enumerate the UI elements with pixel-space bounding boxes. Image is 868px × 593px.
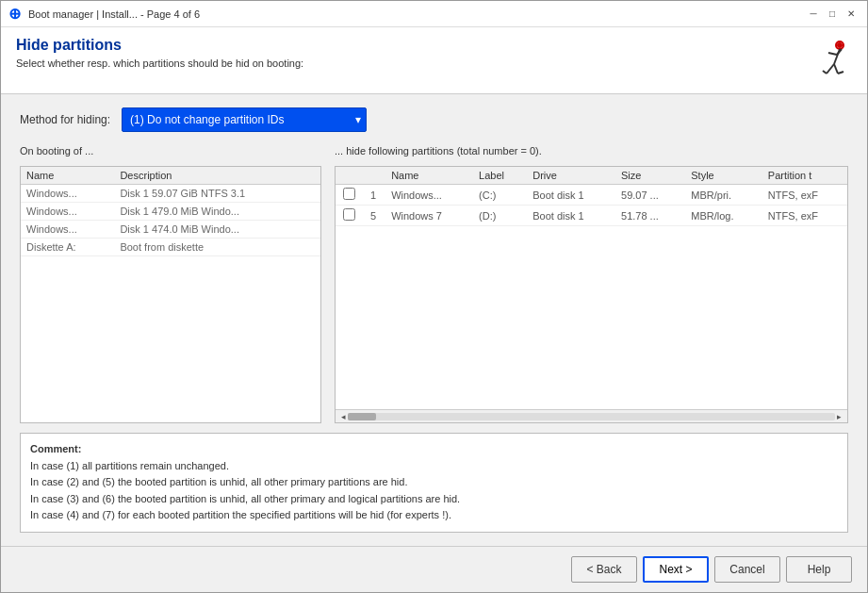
comment-line-3: In case (3) and (6) the booted partition…: [30, 493, 460, 504]
right-col-header: Size: [614, 167, 683, 185]
right-col-header: [363, 167, 384, 185]
comment-line-1: In case (1) all partitions remain unchan…: [30, 460, 229, 471]
left-panel: Name Description Windows...Disk 1 59.07 …: [20, 166, 321, 423]
left-table-row[interactable]: Windows...Disk 1 479.0 MiB Windo...: [21, 203, 320, 221]
header-text: Hide partitions Select whether resp. whi…: [16, 37, 805, 69]
row-style: MBR/log.: [683, 206, 761, 226]
header-icon: [805, 37, 852, 84]
right-panel: NameLabelDriveSizeStylePartition t 1Wind…: [335, 166, 848, 423]
left-panel-top-label: On booting of ...: [20, 145, 321, 156]
svg-point-1: [837, 42, 843, 48]
row-size: 51.78 ...: [614, 206, 683, 226]
scroll-right-btn[interactable]: ▸: [835, 412, 843, 421]
right-col-header: Name: [384, 167, 471, 185]
left-row-desc: Boot from diskette: [114, 239, 320, 256]
title-bar-left: ⊕ Boot manager | Install... - Page 4 of …: [8, 5, 200, 23]
right-panel-top-label: ... hide following partitions (total num…: [335, 145, 848, 156]
row-checkbox[interactable]: [343, 188, 355, 200]
left-row-name: Diskette A:: [21, 239, 114, 256]
comment-section: Comment: In case (1) all partitions rema…: [20, 433, 848, 533]
row-num: 5: [363, 206, 384, 226]
right-col-header: Drive: [525, 167, 614, 185]
row-style: MBR/pri.: [683, 185, 761, 206]
app-logo-icon: ⊕: [8, 5, 21, 23]
right-col-header: Partition t: [761, 167, 847, 185]
page-subtitle: Select whether resp. which partitions sh…: [16, 58, 805, 69]
left-table: Name Description Windows...Disk 1 59.07 …: [21, 167, 320, 256]
help-button[interactable]: Help: [786, 556, 852, 583]
method-dropdown-wrapper[interactable]: (1) Do not change partition IDs (2) Hide…: [122, 107, 367, 132]
left-table-row[interactable]: Windows...Disk 1 474.0 MiB Windo...: [21, 221, 320, 239]
right-table-wrapper: NameLabelDriveSizeStylePartition t 1Wind…: [336, 167, 847, 409]
row-drive: Boot disk 1: [525, 206, 614, 226]
left-table-row[interactable]: Windows...Disk 1 59.07 GiB NTFS 3.1: [21, 185, 320, 203]
row-label: (D:): [471, 206, 525, 226]
row-checkbox-cell[interactable]: [336, 185, 363, 206]
tables-section: Name Description Windows...Disk 1 59.07 …: [20, 166, 848, 423]
window-title: Boot manager | Install... - Page 4 of 6: [28, 8, 200, 20]
left-row-desc: Disk 1 479.0 MiB Windo...: [114, 203, 320, 221]
left-table-row[interactable]: Diskette A:Boot from diskette: [21, 239, 320, 256]
method-label: Method for hiding:: [20, 113, 110, 126]
main-window: ⊕ Boot manager | Install... - Page 4 of …: [0, 0, 868, 593]
horizontal-scrollbar[interactable]: ◂ ▸: [336, 409, 847, 422]
left-row-desc: Disk 1 474.0 MiB Windo...: [114, 221, 320, 239]
left-row-name: Windows...: [21, 203, 114, 221]
next-button[interactable]: Next >: [643, 556, 709, 583]
comment-line-4: In case (4) and (7) for each booted part…: [30, 509, 451, 520]
right-table-row[interactable]: 5Windows 7(D:)Boot disk 151.78 ...MBR/lo…: [336, 206, 847, 226]
back-button[interactable]: < Back: [571, 556, 637, 583]
left-col-name: Name: [21, 167, 114, 185]
svg-line-8: [823, 71, 827, 74]
title-bar-controls: ─ □ ✕: [805, 6, 860, 23]
svg-line-7: [838, 72, 843, 74]
row-name: Windows...: [384, 185, 471, 206]
svg-line-6: [834, 64, 838, 74]
comment-line-2: In case (2) and (5) the booted partition…: [30, 476, 408, 487]
cancel-button[interactable]: Cancel: [714, 556, 780, 583]
row-checkbox-cell[interactable]: [336, 206, 363, 226]
scroll-left-btn[interactable]: ◂: [339, 412, 348, 421]
row-name: Windows 7: [384, 206, 471, 226]
row-partition-type: NTFS, exF: [761, 185, 847, 206]
left-row-desc: Disk 1 59.07 GiB NTFS 3.1: [114, 185, 320, 203]
panel-top-labels: On booting of ... ... hide following par…: [20, 145, 848, 156]
row-checkbox[interactable]: [343, 208, 355, 221]
minimize-button[interactable]: ─: [805, 6, 822, 23]
right-table-row[interactable]: 1Windows...(C:)Boot disk 159.07 ...MBR/p…: [336, 185, 847, 206]
main-content: Method for hiding: (1) Do not change par…: [1, 94, 867, 546]
svg-line-5: [827, 64, 834, 74]
right-col-checkbox: [336, 167, 363, 185]
row-num: 1: [363, 185, 384, 206]
row-label: (C:): [471, 185, 525, 206]
left-row-name: Windows...: [21, 185, 114, 203]
svg-line-3: [828, 53, 837, 55]
comment-title: Comment:: [30, 443, 81, 454]
footer: < Back Next > Cancel Help: [1, 546, 867, 592]
method-dropdown[interactable]: (1) Do not change partition IDs (2) Hide…: [122, 107, 367, 132]
left-col-desc: Description: [114, 167, 320, 185]
scroll-track: [348, 413, 835, 420]
page-title: Hide partitions: [16, 37, 805, 54]
right-col-header: Style: [683, 167, 761, 185]
right-table: NameLabelDriveSizeStylePartition t 1Wind…: [336, 167, 847, 226]
left-row-name: Windows...: [21, 221, 114, 239]
method-row: Method for hiding: (1) Do not change par…: [20, 107, 848, 132]
row-size: 59.07 ...: [614, 185, 683, 206]
maximize-button[interactable]: □: [824, 6, 841, 23]
header-section: Hide partitions Select whether resp. whi…: [1, 27, 867, 94]
boot-manager-icon: [806, 38, 851, 83]
row-drive: Boot disk 1: [525, 185, 614, 206]
row-partition-type: NTFS, exF: [761, 206, 847, 226]
scroll-thumb: [348, 413, 376, 420]
close-button[interactable]: ✕: [843, 6, 860, 23]
title-bar: ⊕ Boot manager | Install... - Page 4 of …: [1, 1, 867, 27]
right-col-header: Label: [471, 167, 525, 185]
